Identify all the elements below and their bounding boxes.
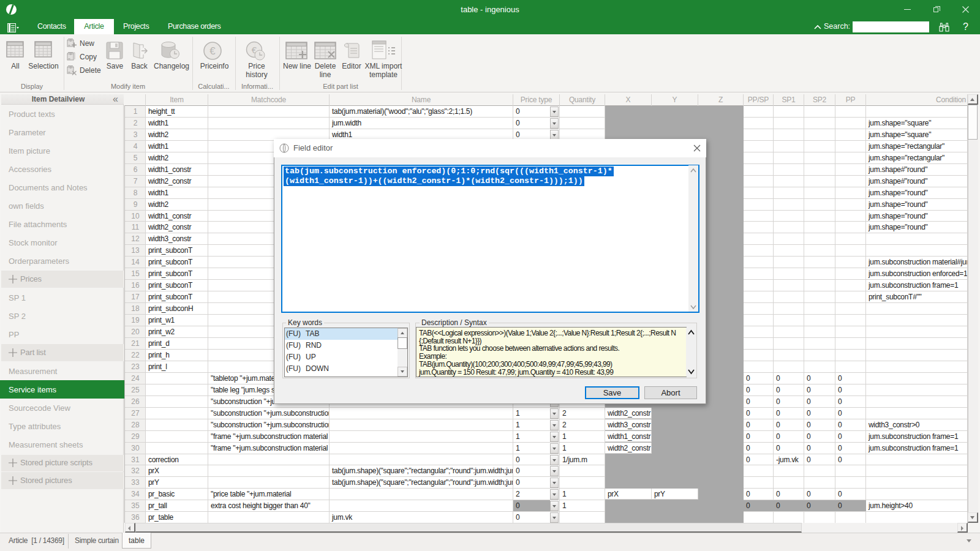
- svg-text:€: €: [209, 45, 216, 57]
